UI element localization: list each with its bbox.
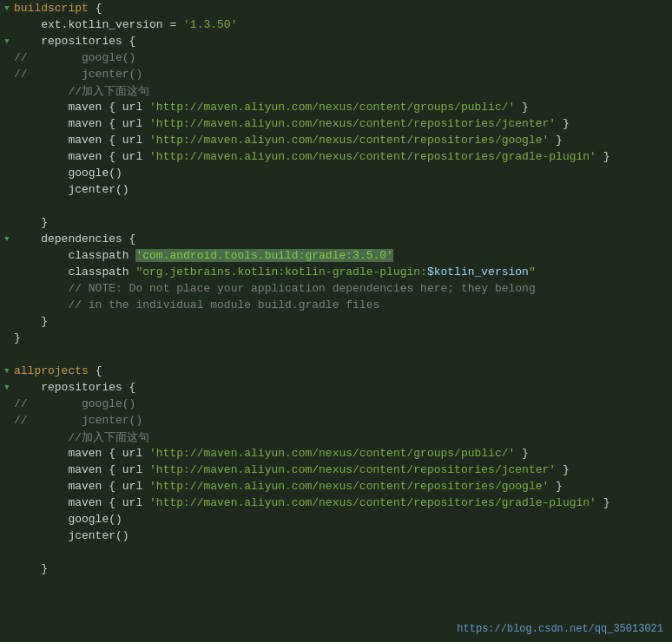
func-token: } [515, 447, 529, 460]
func-token: maven { url [14, 117, 149, 130]
code-line: } [0, 313, 672, 330]
func-token: } [556, 463, 570, 476]
line-content: dependencies { [14, 233, 672, 246]
code-line: ▼allprojects { [0, 363, 672, 379]
line-content: maven { url 'http://maven.aliyun.com/nex… [14, 134, 672, 147]
line-content: // google() [14, 51, 672, 64]
code-line: // google() [0, 49, 672, 66]
code-line: ▼ dependencies { [0, 231, 672, 247]
line-gutter[interactable]: ▼ [0, 367, 14, 376]
func-token: ext.kotlin_version = [14, 18, 183, 31]
string-token: 'http://maven.aliyun.com/nexus/content/r… [149, 117, 556, 130]
code-line: // jcenter() [0, 66, 672, 82]
string-token: " [529, 265, 536, 278]
code-line: // NOTE: Do not place your application d… [0, 280, 672, 297]
line-content: maven { url 'http://maven.aliyun.com/nex… [14, 463, 672, 476]
line-content: } [14, 562, 672, 575]
code-line: } [0, 214, 672, 231]
kw-token: buildscript [14, 2, 89, 15]
line-content: classpath "org.jetbrains.kotlin:kotlin-g… [14, 265, 672, 278]
func-token: } [14, 315, 48, 328]
code-line: google() [0, 511, 672, 527]
line-content: jcenter() [14, 529, 672, 542]
code-line: google() [0, 165, 672, 181]
string-token: 'http://maven.aliyun.com/nexus/content/r… [149, 150, 596, 163]
func-token: } [596, 150, 610, 163]
line-content: } [14, 331, 672, 344]
func-token: google() [14, 167, 122, 180]
code-line: // google() [0, 396, 672, 412]
code-line: //加入下面这句 [0, 82, 672, 99]
func-token: } [596, 496, 610, 509]
line-content: ext.kotlin_version = '1.3.50' [14, 18, 672, 31]
code-line: ▼ repositories { [0, 379, 672, 396]
func-token: } [549, 480, 563, 493]
code-line: ▼ repositories { [0, 33, 672, 49]
comment-token: // jcenter() [14, 68, 142, 81]
func-token: classpath [14, 265, 135, 278]
code-viewer: ▼buildscript { ext.kotlin_version = '1.3… [0, 0, 672, 642]
code-line: maven { url 'http://maven.aliyun.com/nex… [0, 115, 672, 132]
line-content: maven { url 'http://maven.aliyun.com/nex… [14, 150, 672, 163]
func-token: { [89, 364, 102, 377]
comment-token: //加入下面这句 [14, 85, 149, 98]
func-token: maven { url [14, 134, 149, 147]
line-content: maven { url 'http://maven.aliyun.com/nex… [14, 101, 672, 114]
func-token: maven { url [14, 463, 149, 476]
code-line: maven { url 'http://maven.aliyun.com/nex… [0, 148, 672, 165]
line-content: // jcenter() [14, 414, 672, 427]
line-content: } [14, 216, 672, 229]
code-line: jcenter() [0, 181, 672, 198]
line-content: maven { url 'http://maven.aliyun.com/nex… [14, 447, 672, 460]
code-line: maven { url 'http://maven.aliyun.com/nex… [0, 495, 672, 511]
code-line: //加入下面这句 [0, 429, 672, 445]
line-gutter[interactable]: ▼ [0, 383, 14, 392]
code-line: jcenter() [0, 527, 672, 544]
string-token: 'http://maven.aliyun.com/nexus/content/g… [149, 447, 515, 460]
code-line: maven { url 'http://maven.aliyun.com/nex… [0, 99, 672, 115]
line-gutter[interactable]: ▼ [0, 4, 14, 13]
code-line [0, 346, 672, 363]
line-content: maven { url 'http://maven.aliyun.com/nex… [14, 117, 672, 130]
line-gutter[interactable]: ▼ [0, 235, 14, 244]
code-line: ▼buildscript { [0, 0, 672, 16]
func-token: } [515, 101, 529, 114]
comment-token: //加入下面这句 [14, 431, 149, 444]
line-content: // NOTE: Do not place your application d… [14, 282, 672, 295]
func-token: repositories { [14, 381, 135, 394]
func-token: jcenter() [14, 529, 129, 542]
string-token: 'http://maven.aliyun.com/nexus/content/r… [149, 463, 556, 476]
code-line: classpath "org.jetbrains.kotlin:kotlin-g… [0, 264, 672, 280]
code-content: ▼buildscript { ext.kotlin_version = '1.3… [0, 0, 672, 577]
punct-token: { [89, 2, 102, 15]
line-content: repositories { [14, 35, 672, 48]
line-content: // google() [14, 397, 672, 410]
code-line: maven { url 'http://maven.aliyun.com/nex… [0, 462, 672, 478]
string-token: 'http://maven.aliyun.com/nexus/content/r… [149, 134, 549, 147]
line-content: maven { url 'http://maven.aliyun.com/nex… [14, 480, 672, 493]
line-content: } [14, 315, 672, 328]
line-content: buildscript { [14, 2, 672, 15]
func-token: } [549, 134, 563, 147]
func-token: classpath [14, 249, 135, 262]
comment-token: // NOTE: Do not place your application d… [14, 282, 536, 295]
line-content: //加入下面这句 [14, 429, 672, 445]
string-token: 'http://maven.aliyun.com/nexus/content/r… [149, 480, 549, 493]
func-token: maven { url [14, 496, 149, 509]
string-token: '1.3.50' [183, 18, 237, 31]
line-gutter[interactable]: ▼ [0, 37, 14, 46]
comment-token: // google() [14, 397, 135, 410]
code-line: // in the individual module build.gradle… [0, 297, 672, 313]
line-content: jcenter() [14, 183, 672, 196]
code-line: maven { url 'http://maven.aliyun.com/nex… [0, 132, 672, 148]
func-token: } [14, 216, 48, 229]
comment-token: // in the individual module build.gradle… [14, 298, 379, 311]
code-line: maven { url 'http://maven.aliyun.com/nex… [0, 478, 672, 495]
code-line [0, 544, 672, 560]
func-token: jcenter() [14, 183, 129, 196]
func-token: repositories { [14, 35, 135, 48]
line-content: allprojects { [14, 364, 672, 377]
code-line: classpath 'com.android.tools.build:gradl… [0, 247, 672, 264]
code-line [0, 198, 672, 214]
string-token: 'http://maven.aliyun.com/nexus/content/r… [149, 496, 596, 509]
